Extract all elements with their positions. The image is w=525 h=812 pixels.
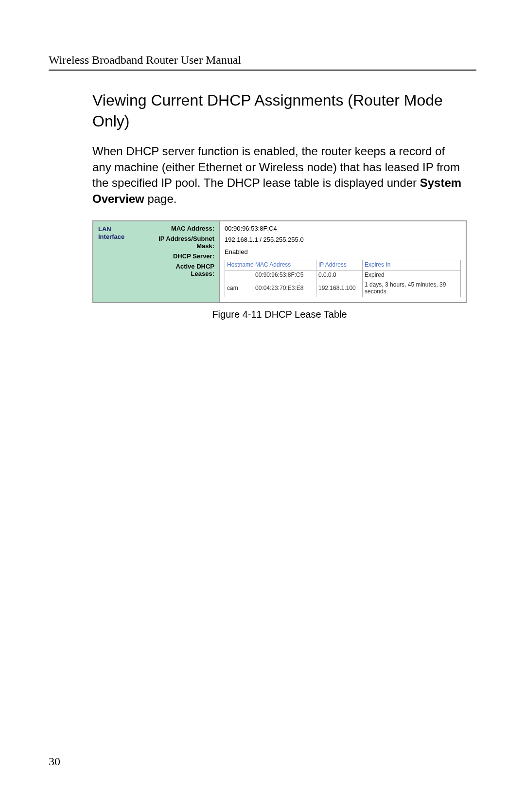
figure-dhcp-panel: LAN Interface MAC Address: IP Address/Su… — [92, 220, 467, 303]
para-text-2: page. — [144, 192, 177, 205]
lan-interface-panel: LAN Interface MAC Address: IP Address/Su… — [92, 220, 467, 303]
section-heading: Viewing Current DHCP Assignments (Router… — [92, 90, 467, 132]
panel-labels-column: LAN Interface MAC Address: IP Address/Su… — [93, 221, 220, 302]
panel-group-name: LAN Interface — [98, 225, 132, 298]
running-header: Wireless Broadband Router User Manual — [49, 54, 476, 71]
label-active-leases-line1: Active DHCP — [176, 263, 214, 270]
cell-ip: 0.0.0.0 — [316, 270, 363, 280]
th-hostname: Hostname — [225, 260, 253, 270]
figure-caption: Figure 4-11 DHCP Lease Table — [92, 309, 467, 320]
label-mac: MAC Address: — [137, 225, 214, 233]
cell-ip: 192.168.1.100 — [316, 280, 363, 297]
cell-expires: Expired — [363, 270, 461, 280]
label-ip-subnet-line1: IP Address/Subnet — [158, 235, 214, 242]
para-text-1: When DHCP server function is enabled, th… — [92, 144, 460, 189]
label-active-leases: Active DHCP Leases: — [137, 263, 214, 278]
value-mac: 00:90:96:53:8F:C4 — [225, 225, 461, 233]
lease-table-header-row: Hostname MAC Address IP Address Expires … — [225, 260, 461, 270]
manual-page: Wireless Broadband Router User Manual Vi… — [0, 0, 525, 812]
cell-mac: 00:90:96:53:8F:C5 — [253, 270, 316, 280]
th-expires: Expires In — [363, 260, 461, 270]
label-active-leases-line2: Leases: — [191, 270, 214, 277]
cell-expires: 1 days, 3 hours, 45 minutes, 39 seconds — [363, 280, 461, 297]
value-dhcp-server: Enabled — [225, 249, 461, 256]
cell-hostname: cam — [225, 280, 253, 297]
th-ip: IP Address — [316, 260, 363, 270]
label-ip-subnet: IP Address/Subnet Mask: — [137, 235, 214, 250]
label-dhcp-server: DHCP Server: — [137, 253, 214, 260]
th-mac: MAC Address — [253, 260, 316, 270]
value-ip-subnet: 192.168.1.1 / 255.255.255.0 — [225, 236, 461, 244]
panel-field-labels: MAC Address: IP Address/Subnet Mask: DHC… — [137, 225, 214, 298]
label-ip-subnet-line2: Mask: — [196, 242, 214, 250]
panel-values-column: 00:90:96:53:8F:C4 192.168.1.1 / 255.255.… — [220, 221, 466, 302]
section-paragraph: When DHCP server function is enabled, th… — [92, 144, 467, 207]
cell-mac: 00:04:23:70:E3:E8 — [253, 280, 316, 297]
lease-table-row: cam 00:04:23:70:E3:E8 192.168.1.100 1 da… — [225, 280, 461, 297]
cell-hostname — [225, 270, 253, 280]
page-number: 30 — [49, 755, 60, 768]
lease-table-row: 00:90:96:53:8F:C5 0.0.0.0 Expired — [225, 270, 461, 280]
dhcp-lease-table: Hostname MAC Address IP Address Expires … — [225, 260, 461, 297]
